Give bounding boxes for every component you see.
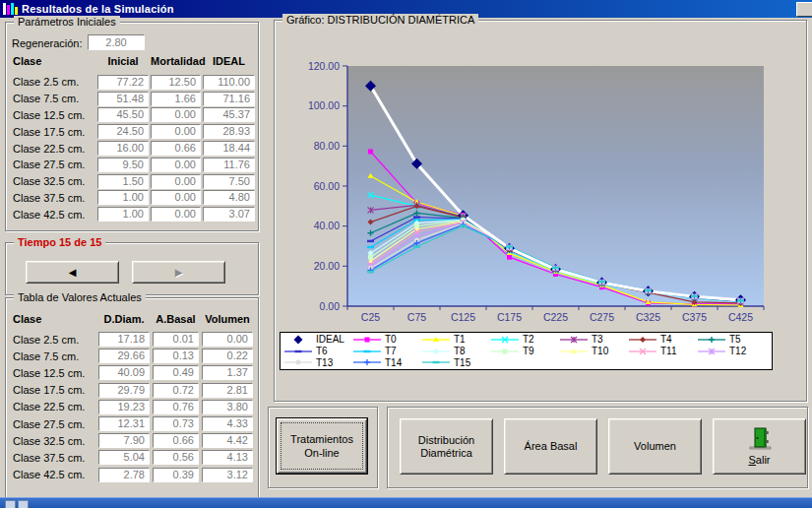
parametros-header-row: Clase Inicial Mortalidad IDEAL <box>8 55 256 67</box>
table-row: Clase 37.5 cm.5.040.564.13 <box>8 449 256 466</box>
legend-label: T10 <box>592 346 608 356</box>
cell-ideal: 3.07 <box>203 207 255 222</box>
legend-marker-IDEAL <box>283 335 313 345</box>
table-row: Clase 32.5 cm.1.500.007.50 <box>8 173 256 190</box>
cell-mortalidad: 0.00 <box>151 124 201 139</box>
legend-item-T15: T15 <box>421 357 490 368</box>
header-clase: Clase <box>13 313 95 325</box>
row-label: Clase 12.5 cm. <box>13 367 95 379</box>
row-label: Clase 12.5 cm. <box>13 109 95 121</box>
area-basal-button[interactable]: Área Basal <box>504 418 597 475</box>
row-label: Clase 22.5 cm. <box>13 401 95 413</box>
legend-label: T2 <box>523 334 534 345</box>
row-label: Clase 2.5 cm. <box>13 334 95 346</box>
header-ddiam: D.Diam. <box>98 313 150 325</box>
table-row: Clase 12.5 cm.40.090.491.37 <box>8 364 256 381</box>
legend-item-T1: T1 <box>421 334 490 345</box>
svg-text:80.00: 80.00 <box>314 140 340 152</box>
header-ideal: IDEAL <box>203 55 255 67</box>
row-label: Clase 22.5 cm. <box>13 143 95 155</box>
legend-marker-T9 <box>490 347 520 356</box>
cell-ideal: 11.76 <box>203 158 255 172</box>
salir-button[interactable]: Salir <box>713 418 806 475</box>
legend-row: T6T7T8T9T10T11T12 <box>283 346 769 357</box>
tratamientos-online-button[interactable]: Tratamientos On-line <box>276 417 368 475</box>
legend-item-T8: T8 <box>421 346 490 356</box>
cell-abasal: 0.13 <box>153 349 199 363</box>
cell-mortalidad: 0.00 <box>151 207 201 222</box>
table-row: Clase 37.5 cm.1.000.004.80 <box>8 190 256 207</box>
legend-marker-T11 <box>628 347 657 356</box>
table-row: Clase 7.5 cm.29.660.130.22 <box>8 348 256 364</box>
legend-label: T11 <box>660 346 677 356</box>
legend-label: T13 <box>316 357 333 368</box>
header-abasal: A.Basal <box>153 313 199 325</box>
table-row: Clase 22.5 cm.19.230.763.80 <box>8 399 256 415</box>
cell-ddiam: 40.09 <box>98 365 150 380</box>
cell-abasal: 0.73 <box>153 416 199 431</box>
tratamientos-label-line1: Tratamientos <box>290 432 353 446</box>
legend-label: T14 <box>385 357 402 368</box>
grafico-group: Gráfico: DISTRIBUCIÓN DIAMÉTRICA 0.0020.… <box>274 20 807 402</box>
legend-item-T2: T2 <box>490 334 559 345</box>
cell-mortalidad: 0.00 <box>151 158 201 172</box>
previous-time-button[interactable]: ◀ <box>26 261 119 284</box>
svg-text:20.00: 20.00 <box>314 260 340 272</box>
cell-ddiam: 12.31 <box>98 416 150 431</box>
titlebar-partial-button[interactable] <box>796 2 812 17</box>
legend-marker-T2 <box>490 335 520 345</box>
legend-item-T5: T5 <box>697 334 766 345</box>
table-row: Clase 27.5 cm.9.500.0011.76 <box>8 157 256 173</box>
arrow-right-icon: ▶ <box>175 266 183 279</box>
cell-inicial: 1.00 <box>97 190 149 205</box>
legend-item-T7: T7 <box>352 346 421 356</box>
header-mortalidad: Mortalidad <box>151 55 201 67</box>
next-time-button[interactable]: ▶ <box>132 261 225 284</box>
row-label: Clase 17.5 cm. <box>13 126 95 138</box>
legend-label: T1 <box>454 334 466 345</box>
diameter-distribution-chart: 0.0020.0040.0060.0080.00100.00120.00C25C… <box>280 31 802 328</box>
volumen-button[interactable]: Volumen <box>608 418 702 475</box>
svg-text:C275: C275 <box>590 311 614 323</box>
table-row: Clase 22.5 cm.16.000.6618.44 <box>8 140 256 157</box>
legend-item-T11: T11 <box>628 346 697 356</box>
cell-mortalidad: 0.00 <box>151 190 201 205</box>
svg-text:60.00: 60.00 <box>314 180 340 192</box>
table-row: Clase 42.5 cm.2.780.393.12 <box>8 467 256 483</box>
cell-ideal: 110.00 <box>203 75 255 90</box>
cell-mortalidad: 0.66 <box>151 141 201 156</box>
cell-ddiam: 29.79 <box>98 383 150 398</box>
svg-text:100.00: 100.00 <box>308 99 340 111</box>
row-label: Clase 7.5 cm. <box>13 93 95 104</box>
grafico-title: Gráfico: DISTRIBUCIÓN DIAMÉTRICA <box>282 14 478 26</box>
distribucion-diametrica-button[interactable]: Distribución Diamétrica <box>400 418 493 475</box>
arrow-left-icon: ◀ <box>69 266 77 279</box>
parametros-iniciales-group: Parámetros Iniciales Regeneración: 2.80 … <box>5 22 259 231</box>
row-label: Clase 37.5 cm. <box>13 192 95 204</box>
legend-item-IDEAL: IDEAL <box>283 334 352 345</box>
legend-label: IDEAL <box>316 334 344 345</box>
svg-text:C375: C375 <box>682 311 707 323</box>
table-row: Clase 27.5 cm.12.310.734.33 <box>8 415 256 432</box>
background-window-titlebar[interactable] <box>0 497 812 508</box>
svg-text:0.00: 0.00 <box>320 300 341 312</box>
legend-marker-T6 <box>283 347 313 356</box>
cell-ddiam: 29.66 <box>98 349 150 363</box>
svg-text:C25: C25 <box>361 311 380 323</box>
legend-label: T12 <box>729 346 746 356</box>
valores-actuales-table: Clase 2.5 cm.17.180.010.00Clase 7.5 cm.2… <box>8 331 256 483</box>
cell-ideal: 28.93 <box>203 124 255 139</box>
legend-item-T10: T10 <box>559 346 628 356</box>
svg-text:C175: C175 <box>497 311 522 323</box>
cell-ddiam: 19.23 <box>98 400 150 414</box>
legend-item-T0: T0 <box>352 334 421 345</box>
cell-abasal: 0.76 <box>153 400 199 414</box>
legend-marker-T10 <box>559 347 589 356</box>
row-label: Clase 2.5 cm. <box>13 76 95 88</box>
regeneracion-field[interactable]: 2.80 <box>88 34 145 50</box>
header-inicial: Inicial <box>97 55 149 67</box>
row-label: Clase 32.5 cm. <box>13 175 95 187</box>
cell-mortalidad: 1.66 <box>151 92 201 106</box>
tiempo-label: Tiempo 15 de 15 <box>14 236 105 248</box>
cell-volumen: 4.13 <box>202 450 253 465</box>
